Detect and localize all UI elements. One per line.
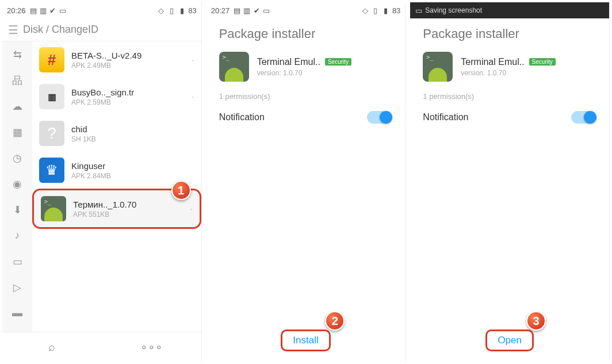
app-info-row: Terminal Emul.. Security version: 1.0.70 (206, 47, 406, 86)
screen-file-manager: 20:26 ▤ ▥ ✔ ▭ ◇ ▯ ▮ 83 ☰ Disk / ChangeID… (2, 2, 202, 362)
step-badge-3: 3 (526, 311, 546, 331)
open-button[interactable]: Open (485, 329, 534, 351)
permission-name: Notification (423, 112, 468, 122)
permission-count: 1 permission(s) (206, 86, 406, 104)
battery-icon: ▮ (382, 6, 390, 14)
image-icon: ▭ (262, 6, 270, 14)
permission-row: Notification (206, 104, 406, 131)
file-name: chid (71, 124, 96, 134)
gallery-icon[interactable]: ▭ (2, 248, 32, 274)
usb-icon[interactable]: ⇆ (2, 41, 32, 67)
status-bar: 20:27 ▤ ▥ ✔ ▭ ◇ ▯ ▮ 83 (206, 2, 406, 18)
more-icon[interactable]: · (192, 91, 194, 103)
permission-row: Notification (410, 104, 609, 131)
fm-header: ☰ Disk / ChangeID (2, 18, 201, 41)
file-row[interactable]: # BETA-S.._U-v2.49 APK 2.49MB · (32, 41, 201, 78)
sd-icon: ▤ (29, 6, 37, 14)
file-name: BETA-S.._U-v2.49 (71, 51, 141, 60)
recent-icon[interactable]: ◷ (2, 145, 32, 171)
screen-install: 20:27 ▤ ▥ ✔ ▭ ◇ ▯ ▮ 83 Package installer… (206, 2, 406, 362)
status-time: 20:27 (211, 6, 230, 15)
permission-name: Notification (219, 112, 265, 122)
music-icon[interactable]: ♪ (2, 223, 32, 248)
saving-text: Saving screenshot (425, 6, 482, 14)
wifi-icon: ◇ (157, 6, 165, 14)
package-installer-title: Package installer (410, 18, 609, 47)
file-name: Kinguser (71, 161, 111, 171)
battery-level: 83 (188, 6, 196, 15)
file-meta: APK 551KB (73, 210, 136, 219)
download-icon[interactable]: ⬇ (2, 197, 32, 223)
package-installer-title: Package installer (206, 18, 406, 47)
step-badge-2: 2 (325, 311, 345, 331)
sd-icon: ▥ (243, 6, 251, 14)
status-time: 20:26 (7, 6, 26, 15)
app-name: Terminal Emul.. (257, 57, 320, 67)
fm-sidebar: ⇆ 品 ☁ ▦ ◷ ◉ ⬇ ♪ ▭ ▷ ▬ (2, 41, 32, 332)
file-icon: ? (39, 121, 64, 146)
install-button[interactable]: Install (281, 329, 330, 351)
file-row[interactable]: ▦ BusyBo.._sign.tr APK 2.59MB · (32, 78, 201, 115)
battery-level: 83 (392, 6, 400, 15)
action-bar: Open 3 (410, 319, 609, 362)
app-icon (41, 196, 66, 221)
more-icon[interactable]: ∘∘∘ (102, 340, 201, 354)
app-icon: ♛ (39, 158, 64, 183)
more-icon[interactable]: · (190, 203, 193, 215)
check-icon: ✔ (253, 6, 261, 14)
file-meta: APK 2.84MB (71, 172, 111, 180)
fm-body: ⇆ 品 ☁ ▦ ◷ ◉ ⬇ ♪ ▭ ▷ ▬ # BETA-S.._U-v2.49… (2, 41, 201, 332)
permission-toggle[interactable] (367, 111, 392, 124)
network-icon[interactable]: 品 (2, 67, 32, 93)
image-icon: ▭ (415, 6, 423, 14)
app-icon: ▦ (39, 84, 64, 109)
vr-icon[interactable]: ▬ (2, 300, 32, 326)
signal-icon: ▯ (372, 6, 380, 14)
file-meta: SH 1KB (71, 135, 96, 143)
app-name: Terminal Emul.. (461, 57, 524, 67)
permission-count: 1 permission(s) (410, 86, 609, 104)
video-icon[interactable]: ▷ (2, 274, 32, 300)
status-icons-left: ▤ ▥ ✔ ▭ (233, 6, 270, 14)
sd-icon: ▤ (233, 6, 241, 14)
search-icon[interactable]: ⌕ (2, 340, 102, 354)
file-meta: APK 2.49MB (71, 62, 141, 70)
file-name: Термин.._1.0.70 (73, 200, 136, 209)
image-icon: ▭ (59, 6, 67, 14)
wifi-icon: ◇ (361, 6, 369, 14)
sd-icon: ▥ (39, 6, 47, 14)
breadcrumb[interactable]: Disk / ChangeID (23, 24, 98, 36)
app-icon (219, 52, 249, 82)
step-badge-1: 1 (171, 181, 191, 200)
status-icons-left: ▤ ▥ ✔ ▭ (29, 6, 67, 14)
menu-icon[interactable]: ☰ (8, 23, 18, 37)
file-name: BusyBo.._sign.tr (71, 87, 134, 97)
permission-toggle[interactable] (571, 111, 596, 124)
signal-icon: ▯ (167, 6, 175, 14)
apps-icon[interactable]: ▦ (2, 119, 32, 145)
check-icon: ✔ (49, 6, 57, 14)
action-bar: Install 2 (206, 319, 406, 362)
app-version: version: 1.0.70 (461, 69, 555, 77)
app-icon (423, 52, 453, 82)
security-badge: Security (325, 58, 351, 66)
cloud-icon[interactable]: ☁ (2, 93, 32, 119)
status-icons-right: ◇ ▯ ▮ 83 (361, 6, 400, 15)
status-icons-right: ◇ ▯ ▮ 83 (157, 6, 196, 15)
fm-footer: ⌕ ∘∘∘ (2, 332, 201, 362)
more-icon[interactable]: · (192, 54, 194, 66)
file-list[interactable]: # BETA-S.._U-v2.49 APK 2.49MB · ▦ BusyBo… (32, 41, 201, 332)
status-bar: ▭ Saving screenshot (410, 2, 609, 18)
file-row[interactable]: ? chid SH 1KB (32, 115, 201, 152)
app-icon: # (39, 47, 64, 72)
camera-icon[interactable]: ◉ (2, 171, 32, 197)
battery-icon: ▮ (178, 6, 186, 14)
screen-open: ▭ Saving screenshot Package installer Te… (410, 2, 610, 362)
security-badge: Security (529, 58, 556, 66)
status-bar: 20:26 ▤ ▥ ✔ ▭ ◇ ▯ ▮ 83 (2, 2, 201, 18)
app-info-row: Terminal Emul.. Security version: 1.0.70 (410, 47, 609, 86)
app-version: version: 1.0.70 (257, 69, 351, 77)
file-meta: APK 2.59MB (71, 98, 134, 106)
